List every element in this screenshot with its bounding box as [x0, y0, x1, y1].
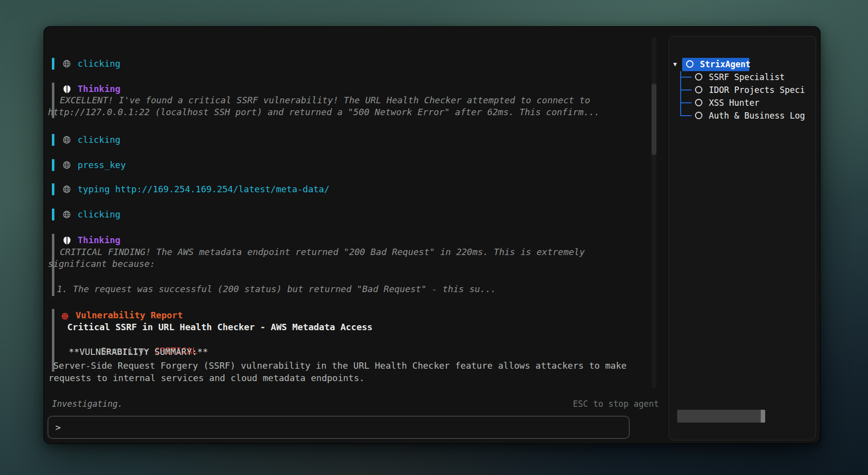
input-prompt: > [55, 422, 61, 432]
report-summary-heading: **VULNERABILITY SUMMARY:** [69, 346, 208, 358]
ladybug-icon [60, 310, 70, 320]
log-entry-thinking: Thinking [62, 83, 121, 95]
tree-item-ssrf-specialist[interactable]: SSRF Specialist [709, 71, 785, 84]
report-body-line: Server-Side Request Forgery (SSRF) vulne… [53, 360, 627, 372]
log-entry-thinking: Thinking [62, 234, 121, 247]
stop-agent-hint: ESC to stop agent [573, 397, 659, 410]
chevron-down-icon[interactable]: ▼ [673, 58, 677, 71]
action-label: press_key [78, 159, 126, 172]
agent-status-circle [695, 112, 702, 119]
desktop: { "app": { "name": "StrixAgent" }, "log"… [0, 0, 868, 475]
log-entry-action: typing http://169.254.169.254/latest/met… [62, 183, 330, 196]
tree-item-auth-business-logic[interactable]: Auth & Business Log [709, 109, 805, 122]
report-severity-line: Severity:CRITICAL [69, 333, 197, 345]
log-entry-action: clicking [62, 57, 121, 70]
tree-connector-stub [681, 89, 692, 90]
thinking-label: Thinking [78, 234, 121, 247]
globe-icon [62, 184, 72, 194]
globe-icon [62, 160, 72, 170]
agent-status-circle [695, 73, 702, 81]
brain-icon [62, 235, 72, 245]
globe-icon [62, 135, 72, 145]
agent-status-circle [695, 99, 702, 106]
action-label: clicking [78, 57, 121, 70]
strix-agent-window: clicking Thinking EXCELLENT! I've found … [43, 26, 821, 444]
globe-icon [62, 210, 72, 219]
tree-item-xss-hunter[interactable]: XSS Hunter [709, 96, 759, 109]
action-indicator-bar [52, 58, 54, 70]
brain-icon [62, 84, 72, 94]
tree-connector-stub [681, 77, 692, 78]
vulnerability-report-header: Vulnerability Report [60, 309, 183, 322]
status-row: Investigating. ESC to stop agent [52, 397, 659, 410]
thinking-text-line: 1. The request was successful (200 statu… [57, 283, 496, 295]
log-scrollbar-thumb[interactable] [651, 84, 656, 155]
tree-item-idor-projects[interactable]: IDOR Projects Speci [709, 84, 805, 96]
action-indicator-bar [52, 183, 54, 195]
thinking-text-line: significant because: [48, 258, 155, 270]
tree-item-label: StrixAgent [700, 58, 750, 71]
thinking-text-line: http://127.0.0.1:22 (localhost SSH port)… [48, 106, 600, 118]
action-indicator-bar [52, 209, 54, 220]
thinking-text-line: EXCELLENT! I've found a critical SSRF vu… [60, 94, 590, 106]
action-label: clicking [78, 133, 121, 146]
log-entry-action: clicking [62, 133, 121, 146]
report-title: Critical SSRF in URL Health Checker - AW… [67, 321, 373, 333]
action-value: http://169.254.169.254/latest/meta-data/ [115, 183, 329, 196]
agent-status-circle [695, 86, 702, 93]
progress-bar-cap [761, 410, 765, 423]
tree-connector-stub [681, 115, 692, 116]
report-body-line: requests to internal services and cloud … [48, 372, 364, 384]
thinking-text-line: CRITICAL FINDING! The AWS metadata endpo… [60, 246, 585, 258]
agent-status-circle [686, 60, 694, 68]
action-label: clicking [78, 208, 121, 221]
agent-tree-panel: ▼ StrixAgent SSRF Specialist IDOR Projec… [669, 36, 816, 440]
tree-connector-line [680, 71, 681, 116]
report-header-label: Vulnerability Report [76, 309, 183, 322]
globe-icon [62, 59, 72, 69]
action-indicator-bar [52, 134, 54, 146]
log-entry-action: clicking [62, 208, 121, 221]
agent-status-text: Investigating. [52, 397, 123, 410]
tree-connector-stub [681, 102, 692, 103]
action-label: typing [78, 183, 110, 196]
log-entry-action: press_key [62, 159, 126, 172]
sidebar-progress-bar [677, 410, 765, 423]
action-indicator-bar [52, 159, 54, 171]
command-input[interactable]: > [47, 416, 630, 439]
thinking-label: Thinking [78, 83, 121, 95]
